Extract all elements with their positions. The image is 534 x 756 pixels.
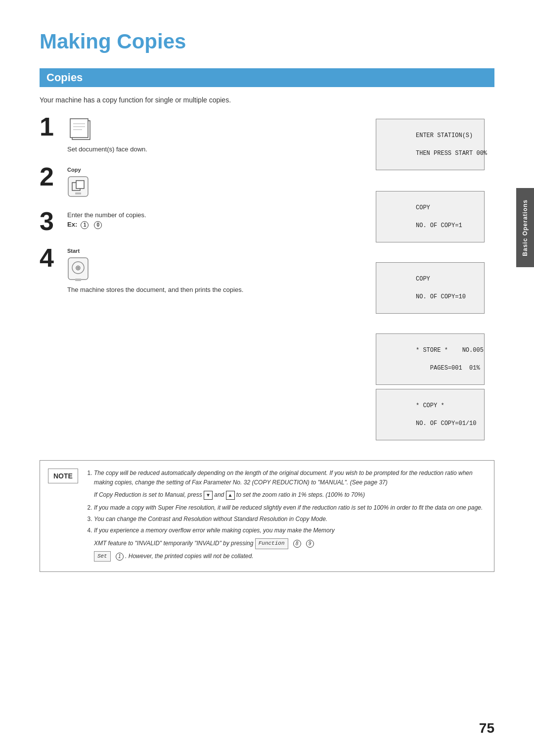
set-button: Set (94, 551, 111, 562)
step-3-number: 3 (40, 208, 59, 234)
step-4-content: Start ⊕ The machine stores the document,… (67, 245, 243, 293)
note-item-copy-reduction: If Copy Reduction is set to Manual, pres… (94, 490, 484, 500)
circle-9: 9 (306, 540, 314, 548)
step-3: 3 Enter the number of copies. Ex: 1 0 (40, 208, 356, 234)
svg-rect-7 (76, 181, 84, 189)
step-3-content: Enter the number of copies. Ex: 1 0 (67, 208, 146, 229)
circle-1: 1 (81, 221, 89, 229)
step-1: 1 Set document(s) face down. (40, 114, 356, 153)
arrow-down-icon: ▼ (204, 491, 213, 500)
right-column: ENTER STATION(S) THEN PRESS START 00% CO… (376, 114, 494, 440)
function-button: Function (255, 538, 288, 549)
step-2-number: 2 (40, 164, 59, 189)
note-item-1: The copy will be reduced automatically d… (94, 469, 484, 487)
circle-0: 0 (94, 221, 102, 229)
section-header: Copies (40, 68, 494, 87)
svg-text:⊕: ⊕ (75, 264, 81, 272)
step-2-content: Copy (67, 164, 89, 197)
note-section: NOTE The copy will be reduced automatica… (40, 460, 494, 572)
circle-8: 8 (293, 540, 301, 548)
main-content: 1 Set document(s) face down. (40, 114, 494, 440)
note-set-line: Set 1 . However, the printed copies will… (94, 551, 484, 562)
svg-rect-8 (75, 192, 81, 194)
note-label: NOTE (48, 469, 78, 483)
document-icon (67, 117, 94, 142)
left-column: 1 Set document(s) face down. (40, 114, 356, 440)
lcd-display-5: * COPY * NO. OF COPY=01/10 (376, 389, 485, 440)
step-4-number: 4 (40, 245, 59, 271)
page-title: Making Copies (40, 30, 494, 53)
lcd-display-4: * STORE * NO.005 PAGES=001 01% (376, 333, 485, 385)
sidebar-tab: Basic Operations (516, 188, 534, 267)
sidebar-tab-label: Basic Operations (522, 199, 529, 256)
note-item-4: If you experience a memory overflow erro… (94, 526, 484, 535)
intro-text: Your machine has a copy function for sin… (40, 96, 494, 104)
note-item-2: If you made a copy with Super Fine resol… (94, 503, 484, 513)
lcd-display-2: COPY NO. OF COPY=1 (376, 191, 485, 242)
step-4-label: Start (67, 248, 243, 254)
note-item-3: You can change the Contrast and Resoluti… (94, 515, 484, 524)
circle-1b: 1 (116, 553, 124, 561)
lcd-display-3: COPY NO. OF COPY=10 (376, 262, 485, 314)
step-2-label: Copy (67, 167, 89, 173)
note-xmt-line: XMT feature to "INVALID" temporarily "IN… (94, 538, 484, 549)
arrow-up-icon: ▲ (226, 491, 235, 500)
step-2: 2 Copy (40, 164, 356, 197)
svg-rect-1 (70, 119, 88, 138)
page-container: Basic Operations Making Copies Copies Yo… (0, 0, 534, 756)
step-3-text: Enter the number of copies. (67, 211, 146, 219)
page-number: 75 (479, 720, 494, 736)
step-1-text: Set document(s) face down. (67, 145, 147, 153)
step-3-example: Ex: 1 0 (67, 221, 146, 229)
copy-button-icon (67, 176, 89, 197)
svg-rect-12 (75, 279, 81, 281)
step-1-number: 1 (40, 114, 59, 140)
lcd-display-1: ENTER STATION(S) THEN PRESS START 00% (376, 119, 485, 170)
step-4: 4 Start ⊕ The machine stores the documen… (40, 245, 356, 293)
step-4-text: The machine stores the document, and the… (67, 286, 243, 293)
note-content: The copy will be reduced automatically d… (86, 469, 484, 564)
step-1-content: Set document(s) face down. (67, 114, 147, 153)
start-button-icon: ⊕ (67, 257, 89, 284)
